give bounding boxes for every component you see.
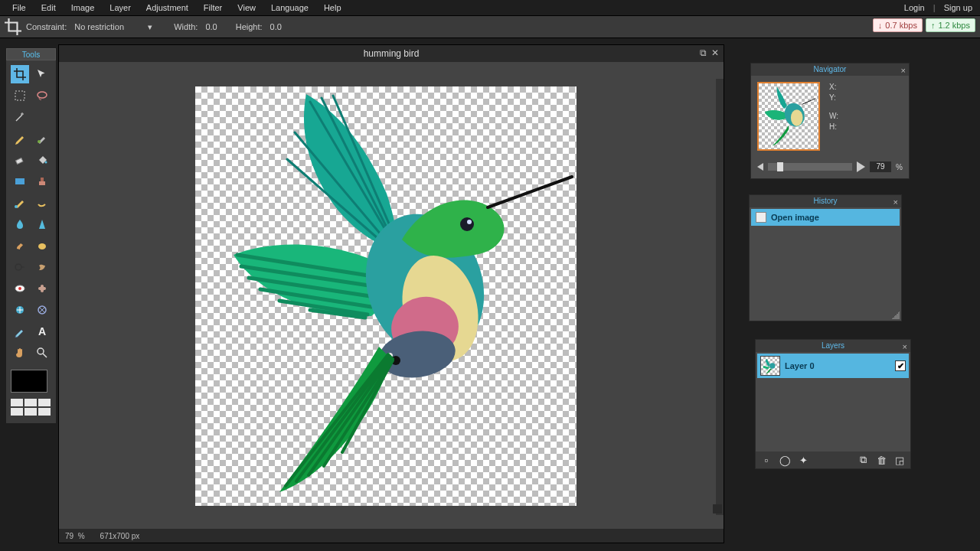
bucket-tool[interactable]: [34, 151, 52, 169]
download-arrow-icon: ↓: [878, 21, 883, 30]
auth-links: Login | Sign up: [901, 3, 975, 12]
layer-thumbnail: [760, 356, 780, 376]
dodge-tool[interactable]: [11, 258, 29, 276]
menu-layer[interactable]: Layer: [102, 0, 139, 15]
menu-adjustment[interactable]: Adjustment: [139, 0, 196, 15]
crop-tool-icon: [5, 18, 21, 35]
tools-panel-title: Tools: [6, 48, 56, 60]
draw-tool[interactable]: [34, 194, 52, 212]
menu-filter[interactable]: Filter: [196, 0, 230, 15]
tools-panel: A: [6, 60, 56, 423]
marquee-tool[interactable]: [11, 86, 29, 105]
eraser-tool[interactable]: [11, 151, 29, 169]
new-layer-button[interactable]: ▫: [760, 454, 773, 466]
options-bar: Constraint: No restriction ▾ Width: 0.0 …: [0, 15, 980, 38]
layer-styles-button[interactable]: ✦: [797, 454, 809, 466]
zoom-in-icon[interactable]: [857, 161, 865, 172]
layer-name: Layer 0: [785, 361, 815, 370]
open-image-icon: [756, 212, 766, 223]
width-label: Width:: [174, 22, 198, 31]
svg-rect-6: [39, 181, 45, 185]
navigator-title[interactable]: Navigator ×: [751, 64, 909, 76]
layer-item[interactable]: Layer 0 ✔: [757, 354, 909, 378]
svg-point-28: [791, 109, 803, 126]
bloat-tool[interactable]: [11, 301, 29, 319]
sharpen-tool[interactable]: [34, 215, 52, 233]
maximize-icon[interactable]: ⧉: [700, 47, 707, 58]
menu-file[interactable]: File: [5, 0, 34, 15]
color-replace-tool[interactable]: [11, 194, 29, 212]
lasso-tool[interactable]: [34, 86, 52, 105]
constraint-value: No restriction: [74, 22, 124, 31]
signup-link[interactable]: Sign up: [941, 3, 975, 12]
canvas-transparency: [195, 86, 577, 506]
upload-speed: ↑ 1.2 kbps: [926, 18, 975, 32]
network-badges: ↓ 0.7 kbps ↑ 1.2 kbps: [873, 18, 975, 32]
smudge-tool[interactable]: [11, 236, 29, 255]
spot-heal-tool[interactable]: [34, 279, 52, 298]
duplicate-layer-button[interactable]: ⧉: [857, 454, 869, 466]
svg-point-2: [38, 140, 41, 143]
eyedropper-tool[interactable]: [11, 322, 29, 341]
sponge-tool[interactable]: [34, 236, 52, 255]
redeye-tool[interactable]: [11, 279, 29, 298]
brush-tool[interactable]: [34, 129, 52, 148]
menu-image[interactable]: Image: [64, 0, 103, 15]
menu-bar: File Edit Image Layer Adjustment Filter …: [0, 0, 980, 15]
wand-tool[interactable]: [11, 108, 29, 126]
svg-text:A: A: [38, 325, 46, 337]
login-link[interactable]: Login: [901, 3, 928, 12]
document-window: humming bird ⧉ ✕: [58, 44, 724, 543]
svg-rect-3: [15, 158, 22, 164]
resize-handle[interactable]: [892, 311, 900, 319]
gradient-tool[interactable]: [11, 172, 29, 191]
close-icon[interactable]: ×: [893, 196, 898, 208]
close-icon[interactable]: ×: [901, 64, 906, 77]
navigator-panel: Navigator × X: Y: W: H: 79 %: [750, 63, 910, 179]
width-value[interactable]: 0.0: [205, 22, 217, 31]
vertical-scrollbar[interactable]: [716, 79, 724, 515]
height-value[interactable]: 0.0: [270, 22, 282, 31]
color-swatch[interactable]: [11, 370, 47, 393]
constraint-label: Constraint:: [26, 22, 67, 31]
constraint-select[interactable]: No restriction ▾: [71, 21, 155, 34]
svg-rect-5: [15, 178, 24, 184]
blur-tool[interactable]: [11, 215, 29, 233]
zoom-out-icon[interactable]: [757, 163, 763, 171]
menu-language[interactable]: Language: [263, 0, 316, 15]
layer-settings-button[interactable]: ◲: [893, 454, 906, 466]
hand-tool[interactable]: [11, 344, 29, 362]
document-titlebar[interactable]: humming bird ⧉ ✕: [59, 45, 724, 62]
zoom-tool[interactable]: [34, 344, 52, 362]
history-title[interactable]: History ×: [750, 195, 901, 207]
navigator-zoom-slider[interactable]: 79 %: [757, 161, 903, 172]
canvas-area[interactable]: [59, 62, 724, 529]
menu-help[interactable]: Help: [316, 0, 349, 15]
layers-title[interactable]: Layers ×: [756, 340, 910, 352]
history-item[interactable]: Open image: [751, 209, 900, 226]
document-title: humming bird: [364, 48, 420, 59]
type-tool[interactable]: A: [34, 322, 52, 341]
pinch-tool[interactable]: [34, 301, 52, 319]
layer-mask-button[interactable]: ◯: [779, 454, 791, 466]
layers-footer: ▫ ◯ ✦ ⧉ 🗑 ◲: [756, 452, 910, 468]
navigator-thumbnail[interactable]: [757, 82, 820, 151]
svg-point-1: [38, 92, 47, 98]
height-label: Height:: [236, 22, 263, 31]
delete-layer-button[interactable]: 🗑: [875, 454, 887, 466]
resize-handle[interactable]: [713, 504, 722, 514]
clone-stamp-tool[interactable]: [34, 172, 52, 191]
navigator-zoom-value[interactable]: 79: [870, 161, 891, 172]
svg-point-18: [38, 348, 44, 354]
layer-visibility-toggle[interactable]: ✔: [895, 360, 906, 371]
menu-edit[interactable]: Edit: [34, 0, 64, 15]
pencil-tool[interactable]: [11, 129, 29, 148]
close-icon[interactable]: ✕: [711, 47, 719, 58]
crop-tool[interactable]: [11, 65, 29, 83]
close-icon[interactable]: ×: [903, 341, 907, 353]
swatch-grid[interactable]: [11, 399, 51, 416]
svg-point-29: [769, 363, 775, 368]
menu-view[interactable]: View: [230, 0, 263, 15]
burn-tool[interactable]: [34, 258, 52, 276]
move-tool[interactable]: [34, 65, 52, 83]
